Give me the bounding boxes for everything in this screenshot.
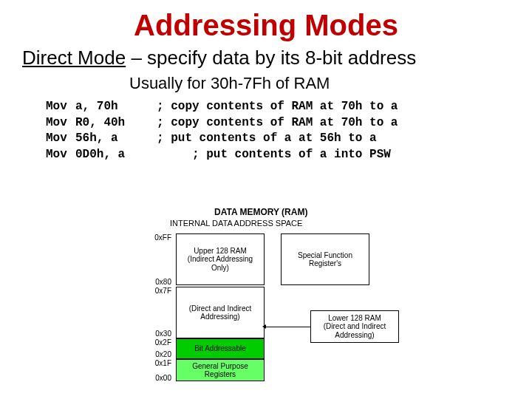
code-args: 56h, a — [75, 131, 157, 147]
code-op: Mov — [46, 99, 75, 115]
addr-00: 0x00 — [149, 374, 171, 382]
usage-note: Usually for 30h-7Fh of RAM — [129, 74, 532, 93]
ram-diagram: DATA MEMORY (RAM) INTERNAL DATA ADDRESS … — [89, 207, 473, 387]
code-row: Mov56h, a; put contents of a at 56h to a — [46, 131, 532, 147]
addr-80: 0x80 — [149, 278, 171, 286]
addr-20: 0x20 — [149, 350, 171, 358]
code-args: R0, 40h — [75, 115, 157, 132]
addr-ff: 0xFF — [149, 233, 171, 242]
diagram-subtitle: INTERNAL DATA ADDRESS SPACE — [170, 219, 302, 228]
code-comment: ; copy contents of RAM at 70h to a — [157, 100, 398, 113]
box-sfr: Special Function Register's — [281, 233, 369, 285]
box-bit-addressable: Bit Addressable — [176, 338, 265, 359]
addr-2f: 0x2F — [149, 338, 171, 347]
addr-30: 0x30 — [149, 330, 171, 338]
code-comment: ; copy contents of RAM at 70h to a — [157, 116, 398, 129]
code-comment: ; put contents of a into PSW — [157, 148, 391, 161]
code-op: Mov — [46, 115, 75, 132]
arrow-icon — [266, 327, 310, 327]
box-direct-indirect: (Direct and Indirect Addressing) — [176, 287, 265, 338]
code-args: 0D0h, a — [75, 147, 157, 163]
code-args: a, 70h — [75, 99, 157, 115]
code-op: Mov — [46, 131, 75, 147]
subtitle-rest: – specify data by its 8-bit address — [126, 47, 416, 69]
subtitle-mode: Direct Mode — [22, 47, 126, 69]
code-row: Mov0D0h, a ; put contents of a into PSW — [46, 147, 532, 163]
code-row: Mova, 70h; copy contents of RAM at 70h t… — [46, 99, 532, 115]
slide-title: Addressing Modes — [0, 9, 532, 42]
addr-1f: 0x1F — [149, 359, 171, 367]
box-gpr: General Purpose Registers — [176, 359, 265, 381]
code-comment: ; put contents of a at 56h to a — [157, 132, 377, 145]
addr-7f: 0x7F — [149, 287, 171, 295]
code-op: Mov — [46, 147, 75, 163]
subtitle: Direct Mode – specify data by its 8-bit … — [22, 47, 510, 69]
diagram-title: DATA MEMORY (RAM) — [214, 207, 307, 217]
box-upper-ram: Upper 128 RAM (Indirect Addressing Only) — [176, 233, 265, 285]
code-row: MovR0, 40h; copy contents of RAM at 70h … — [46, 115, 532, 132]
code-block: Mova, 70h; copy contents of RAM at 70h t… — [46, 99, 532, 163]
callout-lower-ram: Lower 128 RAM (Direct and Indirect Addre… — [310, 310, 399, 343]
